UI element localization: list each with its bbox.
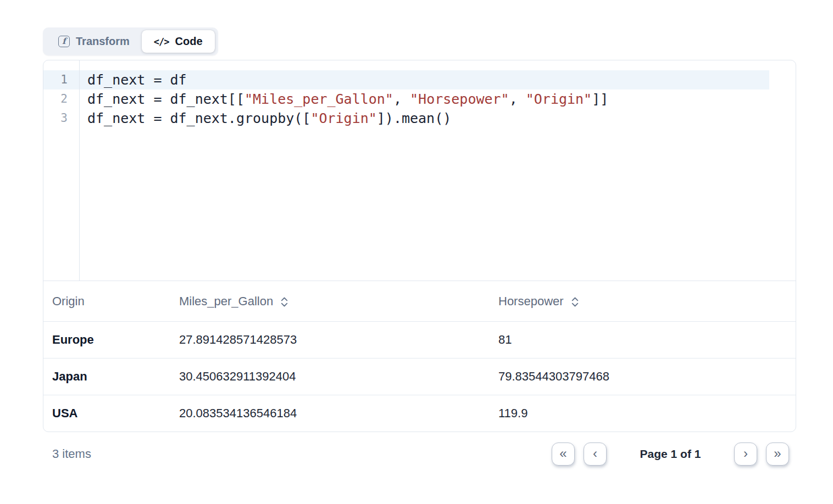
cell-horsepower: 119.9 <box>490 395 796 432</box>
code-line[interactable]: 1df_next = df <box>43 70 769 89</box>
code-editor[interactable]: 1df_next = df2df_next = df_next[["Miles_… <box>43 60 796 281</box>
column-header-origin: Origin <box>43 281 170 321</box>
column-label: Miles_per_Gallon <box>179 294 273 309</box>
cell-miles-per-gallon: 20.083534136546184 <box>170 395 490 432</box>
pagination: « ‹ Page 1 of 1 › » <box>552 443 789 466</box>
line-number: 2 <box>43 89 79 109</box>
cell-horsepower: 79.83544303797468 <box>490 359 796 395</box>
line-number: 3 <box>43 109 79 128</box>
table-row: Europe27.89142857142857381 <box>43 321 796 358</box>
main-content: f Transform </> Code 1df_next = df2df_ne… <box>43 27 796 476</box>
code-and-table-panel: 1df_next = df2df_next = df_next[["Miles_… <box>43 60 796 432</box>
code-lines: 1df_next = df2df_next = df_next[["Miles_… <box>43 70 796 128</box>
page-indicator: Page 1 of 1 <box>615 447 725 461</box>
cell-miles-per-gallon: 27.891428571428573 <box>170 322 490 358</box>
double-chevron-left-icon: « <box>559 447 567 460</box>
tab-transform[interactable]: f Transform <box>46 30 142 53</box>
last-page-button[interactable]: » <box>766 443 789 466</box>
column-label: Horsepower <box>498 294 564 309</box>
chevron-left-icon: ‹ <box>593 447 597 460</box>
cell-origin: Europe <box>43 322 170 358</box>
table-footer: 3 items « ‹ Page 1 of 1 › » <box>43 432 796 476</box>
code-line[interactable]: 2df_next = df_next[["Miles_per_Gallon", … <box>43 89 769 109</box>
previous-page-button[interactable]: ‹ <box>584 443 607 466</box>
sort-icon[interactable] <box>280 296 288 308</box>
cell-horsepower: 81 <box>490 322 796 358</box>
line-number: 1 <box>43 70 79 89</box>
code-text: df_next = df_next.groupby(["Origin"]).me… <box>79 109 451 128</box>
code-text: df_next = df_next[["Miles_per_Gallon", "… <box>79 89 608 109</box>
tab-code[interactable]: </> Code <box>142 30 215 53</box>
code-brackets-icon: </> <box>154 36 169 47</box>
column-header-horsepower[interactable]: Horsepower <box>490 281 796 321</box>
function-icon: f <box>58 36 70 47</box>
table-row: Japan30.45063291139240479.83544303797468 <box>43 358 796 395</box>
cell-miles-per-gallon: 30.450632911392404 <box>170 359 490 395</box>
code-text: df_next = df <box>79 70 187 89</box>
chevron-right-icon: › <box>743 447 748 460</box>
tab-code-label: Code <box>175 35 203 48</box>
tab-transform-label: Transform <box>76 35 130 48</box>
view-tabbar: f Transform </> Code <box>43 27 218 55</box>
column-header-miles-per-gallon[interactable]: Miles_per_Gallon <box>170 281 490 321</box>
items-count: 3 items <box>52 447 91 461</box>
first-page-button[interactable]: « <box>552 443 575 466</box>
gutter-divider <box>79 60 80 281</box>
code-line[interactable]: 3df_next = df_next.groupby(["Origin"]).m… <box>43 109 769 128</box>
cell-origin: Japan <box>43 359 170 395</box>
table-row: USA20.083534136546184119.9 <box>43 395 796 432</box>
cell-origin: USA <box>43 395 170 432</box>
table-body: Europe27.89142857142857381Japan30.450632… <box>43 321 796 432</box>
next-page-button[interactable]: › <box>734 443 757 466</box>
column-label: Origin <box>52 294 85 309</box>
sort-icon[interactable] <box>571 296 579 308</box>
table-header: Origin Miles_per_Gallon Horsepower <box>43 281 796 321</box>
double-chevron-right-icon: » <box>774 447 781 460</box>
